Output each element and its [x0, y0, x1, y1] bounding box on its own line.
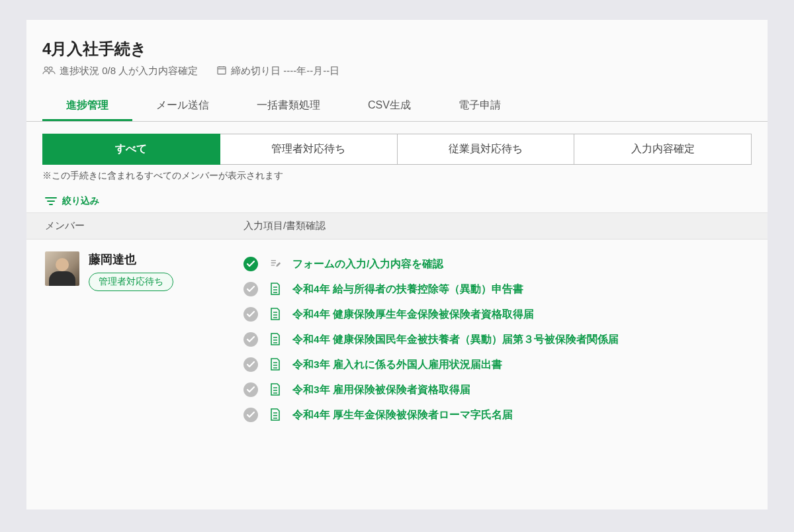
item-link[interactable]: 令和3年 雇入れに係る外国人雇用状況届出書 — [292, 358, 502, 372]
check-pending-icon — [243, 357, 258, 372]
list-item: 令和4年 健康保険国民年金被扶養者（異動）届第３号被保険者関係届 — [243, 327, 749, 352]
form-edit-icon — [269, 257, 282, 271]
table-header: メンバー 入力項目/書類確認 — [26, 212, 768, 240]
table-row: 藤岡達也 管理者対応待ち フォームの入力/入力内容を確認 — [26, 240, 768, 454]
document-icon — [269, 383, 282, 396]
filter-icon — [45, 197, 57, 206]
filter-admin-wait[interactable]: 管理者対応待ち — [220, 134, 398, 165]
check-pending-icon — [243, 282, 258, 296]
document-icon — [269, 333, 282, 346]
check-complete-icon — [243, 257, 258, 271]
item-link[interactable]: フォームの入力/入力内容を確認 — [292, 257, 443, 271]
list-item: 令和4年 健康保険厚生年金保険被保険者資格取得届 — [243, 302, 749, 327]
check-pending-icon — [243, 382, 258, 397]
list-item: 令和4年 給与所得者の扶養控除等（異動）申告書 — [243, 277, 749, 302]
filter-confirmed[interactable]: 入力内容確定 — [574, 134, 752, 165]
document-icon — [269, 358, 282, 371]
svg-point-0 — [44, 67, 48, 70]
filter-tabs: すべて 管理者対応待ち 従業員対応待ち 入力内容確定 — [26, 134, 768, 165]
tab-batch[interactable]: 一括書類処理 — [233, 92, 344, 121]
progress-status: 進捗状況 0/8 人が入力内容確定 — [42, 65, 198, 77]
main-tabs: 進捗管理 メール送信 一括書類処理 CSV生成 電子申請 — [26, 92, 768, 122]
filter-employee-wait[interactable]: 従業員対応待ち — [398, 134, 575, 165]
tab-progress[interactable]: 進捗管理 — [42, 92, 132, 121]
refine-button[interactable]: 絞り込み — [26, 190, 768, 212]
filter-all[interactable]: すべて — [42, 134, 220, 165]
document-icon — [269, 408, 282, 421]
check-pending-icon — [243, 408, 258, 422]
item-link[interactable]: 令和4年 健康保険国民年金被扶養者（異動）届第３号被保険者関係届 — [292, 333, 619, 347]
calendar-icon — [216, 65, 227, 77]
item-link[interactable]: 令和4年 給与所得者の扶養控除等（異動）申告書 — [292, 283, 523, 296]
tab-eapply[interactable]: 電子申請 — [435, 92, 525, 121]
check-pending-icon — [243, 307, 258, 322]
check-pending-icon — [243, 332, 258, 347]
items-cell: フォームの入力/入力内容を確認 令和4年 給与所得者の扶養控除等（異動）申告書 — [243, 251, 749, 427]
member-cell: 藤岡達也 管理者対応待ち — [45, 251, 243, 427]
tab-mail[interactable]: メール送信 — [132, 92, 233, 121]
avatar — [45, 251, 79, 286]
list-item: 令和4年 厚生年金保険被保険者ローマ字氏名届 — [243, 402, 749, 427]
svg-point-1 — [49, 67, 52, 70]
svg-rect-2 — [218, 67, 226, 74]
list-item: 令和3年 雇用保険被保険者資格取得届 — [243, 377, 749, 402]
document-icon — [269, 308, 282, 321]
deadline: 締め切り日 ----年--月--日 — [216, 65, 339, 77]
status-badge: 管理者対応待ち — [89, 273, 173, 291]
item-link[interactable]: 令和3年 雇用保険被保険者資格取得届 — [292, 383, 470, 397]
th-items: 入力項目/書類確認 — [243, 220, 749, 232]
page-title: 4月入社手続き — [42, 38, 752, 60]
th-member: メンバー — [45, 220, 243, 232]
page-header: 4月入社手続き 進捗状況 0/8 人が入力内容確定 締め切り日 ----年-- — [26, 38, 768, 77]
member-name: 藤岡達也 — [89, 251, 173, 267]
list-item: フォームの入力/入力内容を確認 — [243, 251, 749, 277]
document-icon — [269, 283, 282, 296]
list-item: 令和3年 雇入れに係る外国人雇用状況届出書 — [243, 352, 749, 377]
item-link[interactable]: 令和4年 健康保険厚生年金保険被保険者資格取得届 — [292, 308, 534, 322]
main-card: 4月入社手続き 進捗状況 0/8 人が入力内容確定 締め切り日 ----年-- — [26, 20, 768, 510]
people-icon — [42, 66, 56, 77]
tab-csv[interactable]: CSV生成 — [344, 92, 435, 121]
item-link[interactable]: 令和4年 厚生年金保険被保険者ローマ字氏名届 — [292, 408, 513, 422]
filter-note: ※この手続きに含まれるすべてのメンバーが表示されます — [26, 169, 768, 190]
meta-row: 進捗状況 0/8 人が入力内容確定 締め切り日 ----年--月--日 — [42, 65, 752, 77]
